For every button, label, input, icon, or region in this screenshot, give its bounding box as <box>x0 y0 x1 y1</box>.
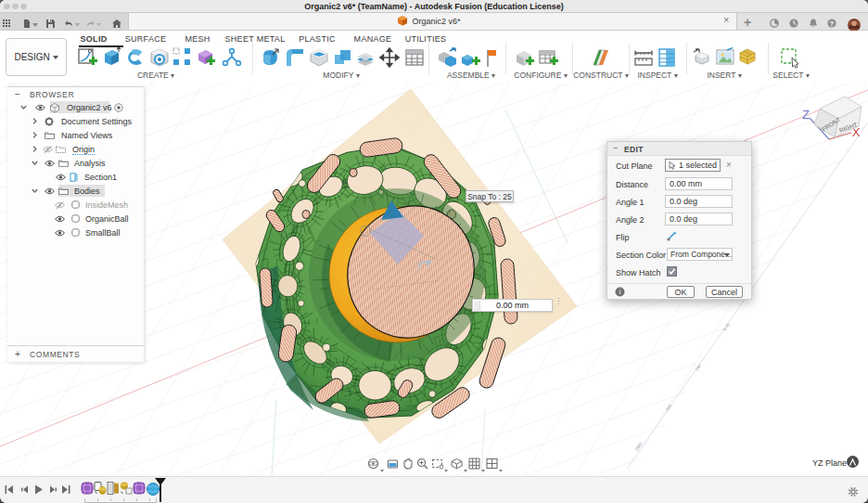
svg-text:?: ? <box>830 20 834 27</box>
svg-text:Z: Z <box>802 108 810 122</box>
svg-text:240: 240 <box>695 363 703 371</box>
svg-text:4.75: 4.75 <box>722 322 731 331</box>
